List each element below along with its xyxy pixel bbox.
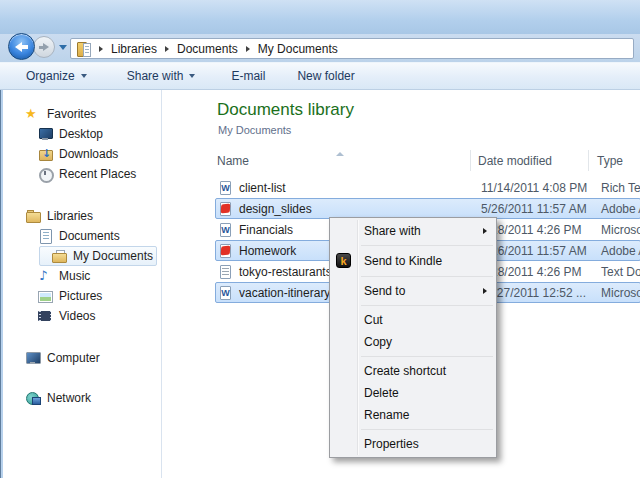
desktop-icon: [37, 126, 53, 142]
menu-separator: [361, 429, 493, 430]
menu-separator: [361, 305, 493, 306]
breadcrumb-my-documents[interactable]: My Documents: [258, 42, 338, 56]
menu-item-rename[interactable]: Rename: [330, 404, 496, 426]
back-button[interactable]: [8, 33, 35, 60]
submenu-arrow-icon: [483, 228, 487, 234]
page-subtitle: My Documents: [218, 124, 291, 136]
menu-item-cut[interactable]: Cut: [330, 309, 496, 331]
library-location-icon: [75, 41, 91, 57]
sidebar-item-documents[interactable]: Documents: [3, 226, 161, 246]
dropdown-caret-icon: [81, 74, 87, 78]
text-file-icon: [218, 264, 234, 280]
sidebar-item-downloads[interactable]: Downloads: [3, 144, 161, 164]
context-menu: Share with k Send to Kindle Send to Cut …: [329, 217, 497, 458]
forward-button[interactable]: [33, 36, 55, 58]
sort-ascending-icon: [336, 152, 344, 156]
sidebar-item-libraries[interactable]: Libraries: [3, 206, 161, 226]
documents-library-icon: [37, 228, 53, 244]
column-header-date-modified[interactable]: Date modified: [471, 150, 589, 171]
sidebar-item-videos[interactable]: Videos: [3, 306, 161, 326]
dropdown-caret-icon: [189, 74, 195, 78]
word-file-icon: W: [218, 222, 234, 238]
breadcrumb-libraries[interactable]: Libraries: [111, 42, 157, 56]
sidebar-item-pictures[interactable]: Pictures: [3, 286, 161, 306]
sidebar-item-network[interactable]: Network: [3, 388, 161, 408]
title-bar[interactable]: [0, 0, 640, 34]
breadcrumb-arrow-icon: [165, 46, 169, 52]
music-note-icon: [37, 268, 53, 284]
menu-separator: [361, 356, 493, 357]
pdf-file-icon: [218, 243, 234, 259]
menu-item-delete[interactable]: Delete: [330, 382, 496, 404]
menu-item-share-with[interactable]: Share with: [330, 220, 496, 242]
downloads-folder-icon: [37, 146, 53, 162]
menu-item-copy[interactable]: Copy: [330, 331, 496, 353]
breadcrumb-arrow-icon: [246, 46, 250, 52]
menu-item-send-to[interactable]: Send to: [330, 280, 496, 302]
pictures-icon: [37, 288, 53, 304]
sidebar-item-computer[interactable]: Computer: [3, 348, 161, 368]
menu-item-send-to-kindle[interactable]: k Send to Kindle: [330, 249, 496, 273]
sidebar-item-music[interactable]: Music: [3, 266, 161, 286]
star-icon: [25, 106, 41, 122]
pdf-file-icon: [218, 201, 234, 217]
address-bar[interactable]: Libraries Documents My Documents: [70, 38, 634, 59]
menu-item-properties[interactable]: Properties: [330, 433, 496, 455]
folder-icon: [51, 248, 67, 264]
menu-separator: [361, 245, 493, 246]
sidebar-item-recent-places[interactable]: Recent Places: [3, 164, 161, 184]
network-icon: [25, 390, 41, 406]
computer-icon: [25, 350, 41, 366]
command-toolbar: Organize Share with E-mail New folder: [0, 62, 640, 90]
libraries-folder-icon: [25, 208, 41, 224]
column-header-type[interactable]: Type: [589, 150, 640, 171]
breadcrumb-arrow-icon: [99, 46, 103, 52]
word-file-icon: W: [218, 180, 234, 196]
explorer-window: Libraries Documents My Documents Organiz…: [0, 0, 640, 478]
kindle-icon: k: [336, 253, 351, 268]
share-with-button[interactable]: Share with: [123, 66, 200, 86]
navigation-pane: Favorites Desktop Downloads Recent Place…: [3, 90, 162, 478]
page-title: Documents library: [217, 100, 354, 120]
sidebar-item-favorites[interactable]: Favorites: [3, 104, 161, 124]
recent-places-icon: [37, 166, 53, 182]
submenu-arrow-icon: [483, 288, 487, 294]
column-header-name[interactable]: Name: [215, 150, 471, 171]
table-row-client-list[interactable]: W client-list 11/14/2011 4:08 PM Rich Te…: [215, 177, 640, 198]
email-button[interactable]: E-mail: [227, 66, 269, 86]
new-folder-button[interactable]: New folder: [293, 66, 358, 86]
table-row-design-slides[interactable]: design_slides 5/26/2011 11:57 AM Adobe A…: [215, 198, 640, 219]
sidebar-item-desktop[interactable]: Desktop: [3, 124, 161, 144]
column-headers: Name Date modified Type: [215, 150, 640, 171]
menu-separator: [361, 276, 493, 277]
word-file-icon: W: [218, 285, 234, 301]
menu-item-create-shortcut[interactable]: Create shortcut: [330, 360, 496, 382]
organize-button[interactable]: Organize: [22, 66, 91, 86]
videos-icon: [37, 308, 53, 324]
breadcrumb-documents[interactable]: Documents: [177, 42, 238, 56]
recent-pages-chevron-icon[interactable]: [59, 45, 67, 50]
sidebar-item-my-documents[interactable]: My Documents: [39, 246, 157, 266]
